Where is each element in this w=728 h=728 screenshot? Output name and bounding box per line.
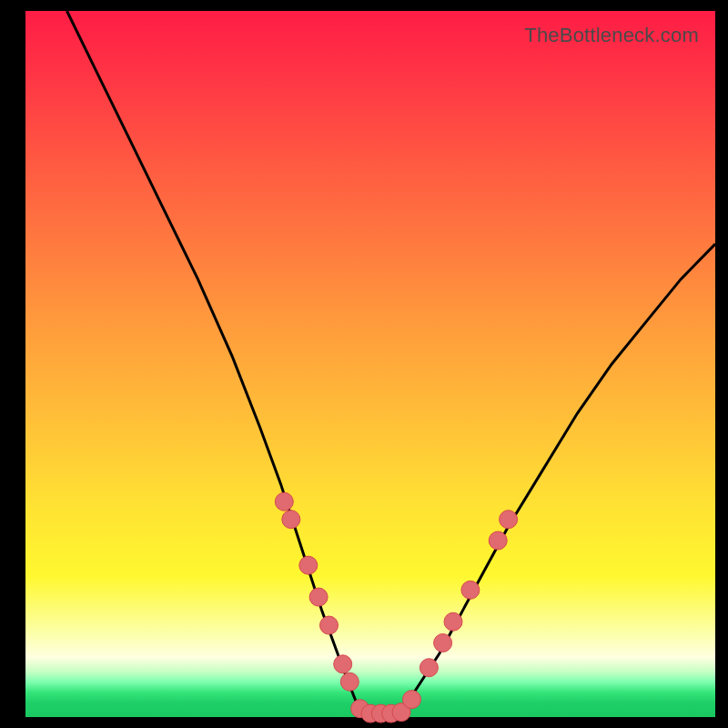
curve-marker <box>489 531 507 550</box>
curve-marker <box>461 581 480 599</box>
curve-marker <box>282 511 300 529</box>
curve-marker <box>403 691 421 709</box>
curve-marker <box>299 556 318 574</box>
curve-marker <box>444 612 462 631</box>
curve-path <box>67 11 716 717</box>
curve-marker <box>320 616 339 634</box>
curve-marker <box>334 655 352 673</box>
curve-marker <box>275 492 293 511</box>
curve-markers <box>275 492 517 723</box>
chart-frame: TheBottleneck.com <box>0 0 728 728</box>
curve-marker <box>340 672 359 691</box>
curve-marker <box>434 634 452 652</box>
curve-marker <box>309 588 328 606</box>
chart-svg <box>25 11 715 717</box>
curve-marker <box>500 511 518 529</box>
curve-marker <box>420 659 438 677</box>
chart-plot-area: TheBottleneck.com <box>25 11 715 717</box>
